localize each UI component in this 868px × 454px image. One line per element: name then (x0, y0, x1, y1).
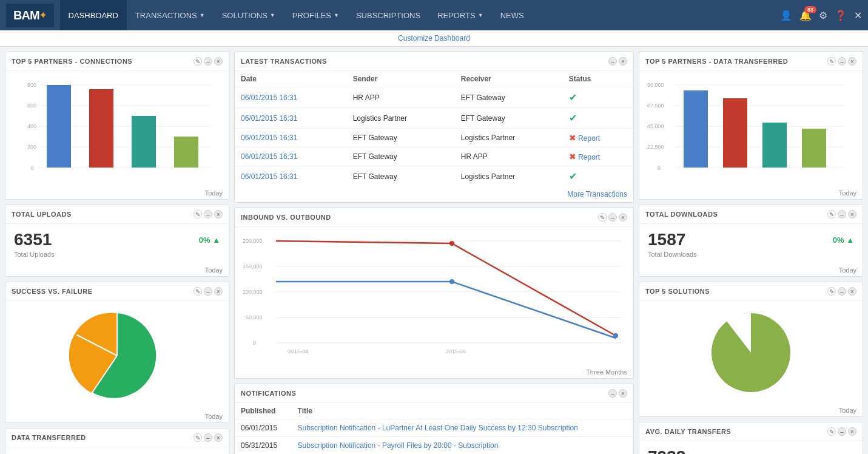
brand-logo[interactable]: BAM✦ (6, 4, 54, 27)
svg-rect-11 (89, 89, 113, 168)
minimize-control[interactable]: – (838, 57, 846, 66)
report-link[interactable]: Report (578, 153, 600, 161)
widget-title: INBOUND vs. OUTBOUND (241, 214, 331, 221)
widget-header: TOP 5 SOLUTIONS ✎ – × (639, 282, 863, 301)
close-control[interactable]: × (848, 287, 856, 296)
svg-text:50,000: 50,000 (246, 314, 263, 320)
edit-control[interactable]: ✎ (827, 57, 836, 66)
minimize-control[interactable]: – (838, 287, 846, 296)
minimize-control[interactable]: – (608, 213, 617, 222)
minimize-control[interactable]: – (608, 389, 617, 398)
minimize-control[interactable]: – (838, 427, 846, 436)
transaction-date-link[interactable]: 06/01/2015 16:31 (241, 114, 297, 123)
minimize-control[interactable]: – (204, 210, 212, 219)
navbar: BAM✦ DASHBOARD TRANSACTIONS▼ SOLUTIONS▼ … (0, 0, 868, 30)
notifications-table: Published Title 06/01/2015 Subscription … (235, 403, 633, 454)
svg-rect-44 (762, 123, 787, 168)
notification-link[interactable]: Subscription Notification - Payroll File… (298, 441, 499, 450)
transaction-date-link[interactable]: 06/01/2015 16:31 (241, 172, 297, 181)
close-control[interactable]: × (848, 210, 856, 219)
nav-solutions[interactable]: SOLUTIONS▼ (214, 0, 284, 30)
minimize-control[interactable]: – (838, 210, 846, 219)
right-column: TOP 5 PARTNERS - DATA TRANSFERRED ✎ – × … (639, 52, 863, 454)
widget-top5-connections: TOP 5 PARTNERS - CONNECTIONS ✎ – × 800 6… (5, 52, 229, 200)
transaction-date-link[interactable]: 06/01/2015 16:31 (241, 93, 297, 102)
transactions-table: Date Sender Receiver Status 06/01/2015 1… (235, 71, 633, 186)
nav-dashboard[interactable]: DASHBOARD (60, 0, 127, 30)
close-control[interactable]: × (214, 57, 223, 66)
pie-chart-area (5, 301, 229, 410)
stat-row: 7938 0% ▲ (648, 447, 854, 454)
svg-text:90,000: 90,000 (647, 82, 664, 88)
center-column: LATEST TRANSACTIONS – × Date Sender Rece… (234, 52, 634, 454)
col-sender: Sender (347, 71, 455, 87)
widget-title: NOTIFICATIONS (241, 390, 296, 397)
up-arrow-icon: ▲ (846, 235, 854, 245)
nav-profiles[interactable]: PROFILES▼ (284, 0, 348, 30)
edit-control[interactable]: ✎ (827, 287, 836, 296)
notification-link[interactable]: Subscription Notification - LuPartner At… (298, 424, 578, 432)
edit-control[interactable]: ✎ (193, 57, 202, 66)
close-control[interactable]: × (619, 213, 627, 222)
close-control[interactable]: × (214, 287, 223, 296)
close-control[interactable]: × (214, 210, 223, 219)
widget-controls: ✎ – × (827, 57, 856, 66)
minimize-control[interactable]: – (608, 57, 617, 66)
nav-reports[interactable]: REPORTS▼ (429, 0, 492, 30)
close-control[interactable]: × (848, 427, 856, 436)
success-failure-pie (69, 307, 166, 404)
gear-icon[interactable]: ⚙ (819, 10, 827, 21)
edit-control[interactable]: ✎ (598, 213, 607, 222)
close-control[interactable]: × (214, 433, 223, 442)
close-control[interactable]: × (619, 57, 627, 66)
nav-transactions[interactable]: TRANSACTIONS▼ (127, 0, 214, 30)
widget-header: SUCCESS vs. FAILURE ✎ – × (5, 282, 229, 301)
bell-icon[interactable]: 🔔83 (799, 10, 812, 21)
col-status: Status (563, 71, 633, 87)
close-control[interactable]: × (619, 389, 627, 398)
widget-controls: ✎ – × (598, 213, 627, 222)
status-ok-icon: ✔ (569, 113, 577, 123)
left-column: TOP 5 PARTNERS - CONNECTIONS ✎ – × 800 6… (5, 52, 229, 454)
customize-dashboard-link[interactable]: Customize Dashboard (398, 34, 470, 42)
help-icon[interactable]: ❓ (835, 10, 847, 21)
report-link[interactable]: Report (578, 134, 600, 143)
nav-news[interactable]: NEWS (492, 0, 533, 30)
nav-subscriptions[interactable]: SUBSCRIPTIONS (348, 0, 429, 30)
widget-controls: – × (608, 57, 627, 66)
minimize-control[interactable]: – (204, 287, 212, 296)
col-receiver: Receiver (455, 71, 563, 87)
edit-control[interactable]: ✎ (193, 210, 202, 219)
transaction-date-link[interactable]: 06/01/2015 16:31 (241, 152, 297, 161)
widget-footer: Today (5, 187, 229, 199)
edit-control[interactable]: ✎ (193, 433, 202, 442)
user-icon[interactable]: 👤 (780, 10, 792, 21)
widget-header: TOP 5 PARTNERS - DATA TRANSFERRED ✎ – × (639, 52, 863, 71)
widget-footer: Three Months (235, 366, 633, 378)
transaction-date-link[interactable]: 06/01/2015 16:31 (241, 134, 297, 142)
close-icon[interactable]: ✕ (854, 10, 862, 21)
close-control[interactable]: × (848, 57, 856, 66)
stat-body: 6351 0% ▲ Total Uploads (5, 224, 229, 264)
stat-value: 1587 (648, 230, 685, 249)
svg-text:200: 200 (27, 144, 36, 150)
edit-control[interactable]: ✎ (827, 210, 836, 219)
data-transferred-bar-chart: 90,000 67,500 45,000 22,500 0 (644, 76, 850, 185)
widget-title: TOP 5 SOLUTIONS (645, 288, 710, 295)
edit-control[interactable]: ✎ (193, 287, 202, 296)
svg-point-29 (449, 241, 454, 246)
chevron-down-icon: ▼ (478, 12, 483, 18)
widget-header: LATEST TRANSACTIONS – × (235, 52, 633, 71)
minimize-control[interactable]: – (204, 57, 212, 66)
edit-control[interactable]: ✎ (827, 427, 836, 436)
widget-title: TOTAL DOWNLOADS (645, 211, 718, 218)
chevron-down-icon: ▼ (334, 12, 339, 18)
widget-avg-daily: AVG. DAILY TRANSFERS ✎ – × 7938 0% ▲ Dai… (639, 422, 863, 454)
more-transactions-link[interactable]: More Transactions (235, 186, 633, 202)
svg-text:45,000: 45,000 (647, 123, 664, 129)
widget-controls: ✎ – × (193, 287, 223, 296)
table-row: 06/01/2015 16:31 Logistics Partner EFT G… (235, 108, 633, 129)
svg-text:800: 800 (27, 82, 36, 88)
minimize-control[interactable]: – (204, 433, 212, 442)
svg-point-30 (613, 333, 618, 338)
